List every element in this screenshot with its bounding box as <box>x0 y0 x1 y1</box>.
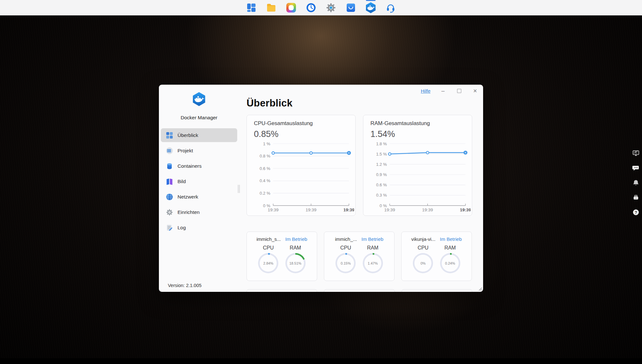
log-document-icon <box>165 224 173 232</box>
svg-text:1.5 %: 1.5 % <box>376 152 387 157</box>
ram-gauge: 0.24% <box>440 253 460 273</box>
container-card[interactable]: vikunja-vi... Im Betrieb CPU 0% RAM <box>401 232 472 281</box>
help-link[interactable]: Hilfe <box>421 88 430 94</box>
sidebar-item-ueberblick[interactable]: Überblick <box>161 128 237 142</box>
svg-text:0.3 %: 0.3 % <box>376 193 387 198</box>
container-card-partial[interactable] <box>247 289 317 292</box>
file-manager-icon[interactable] <box>265 2 277 13</box>
close-button[interactable]: × <box>472 87 479 94</box>
container-card-partial[interactable] <box>324 289 395 292</box>
cpu-current-value: 0.85% <box>254 129 355 139</box>
status-badge: Im Betrieb <box>440 236 462 242</box>
network-globe-icon <box>165 193 173 201</box>
desktop: ? Hilfe – × <box>0 0 642 364</box>
project-list-icon <box>165 147 173 155</box>
container-card[interactable]: immich_s... Im Betrieb CPU 2.84% RAM <box>247 232 317 281</box>
container-card[interactable]: immich_... Im Betrieb CPU 0.15% RAM <box>324 232 395 281</box>
cpu-label: CPU <box>418 245 429 251</box>
svg-text:0.4 %: 0.4 % <box>260 178 271 183</box>
container-card-partial[interactable] <box>402 289 472 292</box>
charts-row: CPU-Gesamtauslastung 0.85% 1 %0.8 %0.6 %… <box>247 115 472 216</box>
ram-gauge-value: 0.24% <box>445 261 455 265</box>
container-cards-row-partial <box>247 289 472 292</box>
cpu-label: CPU <box>263 245 274 251</box>
svg-text:19:39: 19:39 <box>384 207 395 212</box>
overview-grid-icon <box>165 131 173 139</box>
time-backup-icon[interactable] <box>305 2 317 13</box>
svg-text:19:39: 19:39 <box>460 207 471 212</box>
cpu-label: CPU <box>340 245 351 251</box>
version-label: Version: 2.1.005 <box>168 283 202 288</box>
sidebar-item-einrichten[interactable]: Einrichten <box>161 205 237 219</box>
chart-title: RAM-Gesamtauslastung <box>370 120 472 127</box>
sidebar-item-label: Einrichten <box>178 209 200 215</box>
help-icon[interactable]: ? <box>632 209 639 216</box>
cpu-gauge-value: 0.15% <box>341 261 351 265</box>
sidebar-item-log[interactable]: Log <box>161 221 237 234</box>
page-title: Überblick <box>247 97 472 109</box>
chart-title: CPU-Gesamtauslastung <box>254 120 355 127</box>
app-title: Docker Manager <box>159 115 239 121</box>
sidebar-item-projekt[interactable]: Projekt <box>161 144 237 157</box>
sidebar-nav: Überblick Projekt <box>159 128 239 234</box>
support-headset-icon[interactable] <box>385 2 396 13</box>
container-name: vikunja-vi... <box>411 236 435 242</box>
svg-text:0.2 %: 0.2 % <box>260 191 271 196</box>
package-center-icon[interactable] <box>345 2 357 13</box>
container-cards-row: immich_s... Im Betrieb CPU 2.84% RAM <box>247 232 472 281</box>
sidebar-item-bild[interactable]: Bild <box>161 174 237 188</box>
sidebar-item-label: Projekt <box>178 148 193 154</box>
control-panel-gear-icon[interactable] <box>325 2 337 13</box>
sidebar: Docker Manager Überblick <box>159 85 239 292</box>
ram-gauge-value: 18.51% <box>290 261 301 265</box>
sidebar-item-label: Netzwerk <box>178 194 198 200</box>
svg-text:0.6 %: 0.6 % <box>260 166 271 171</box>
cpu-gauge-value: 2.84% <box>263 261 273 265</box>
ram-current-value: 1.54% <box>370 129 472 139</box>
cpu-gauge: 0.15% <box>335 253 356 273</box>
sidebar-item-label: Überblick <box>178 132 198 138</box>
window-resize-handle[interactable] <box>477 286 482 291</box>
docker-app-icon[interactable] <box>365 2 377 13</box>
svg-text:19:39: 19:39 <box>343 207 354 212</box>
setup-gear-icon <box>165 208 173 216</box>
containers-cylinder-icon <box>165 162 173 170</box>
svg-text:19:39: 19:39 <box>422 207 433 212</box>
ram-gauge-value: 1.47% <box>368 261 378 265</box>
svg-text:19:39: 19:39 <box>306 207 317 212</box>
svg-text:0.9 %: 0.9 % <box>376 172 387 177</box>
sidebar-item-label: Log <box>178 225 186 231</box>
apps-grid-icon[interactable] <box>246 2 257 13</box>
svg-text:19:39: 19:39 <box>268 207 279 212</box>
cpu-gauge: 2.84% <box>258 253 278 273</box>
status-badge: Im Betrieb <box>285 236 307 242</box>
sidebar-item-netzwerk[interactable]: Netzwerk <box>161 190 237 204</box>
ram-usage-card: RAM-Gesamtauslastung 1.54% 1.8 %1.5 %1.2… <box>363 115 472 216</box>
docker-manager-window: Hilfe – × <box>159 85 483 292</box>
status-badge: Im Betrieb <box>361 236 383 242</box>
resource-monitor-icon[interactable] <box>632 150 639 157</box>
photos-icon[interactable] <box>285 2 297 13</box>
wallpaper-dark-band <box>0 358 642 364</box>
ram-label: RAM <box>367 245 378 251</box>
desktop-edge-widgets: ? <box>632 150 639 216</box>
ram-line-chart: 1.8 %1.5 %1.2 %0.9 %0.6 %0.3 %0 %19:3919… <box>369 140 472 217</box>
svg-text:0.8 %: 0.8 % <box>260 154 271 158</box>
image-book-icon <box>165 177 173 185</box>
notifications-bell-icon[interactable] <box>632 179 639 186</box>
svg-text:0.6 %: 0.6 % <box>376 182 387 187</box>
ram-label: RAM <box>290 245 301 251</box>
svg-text:1.8 %: 1.8 % <box>376 141 387 146</box>
container-name: immich_... <box>335 236 357 242</box>
minimize-button[interactable]: – <box>439 87 447 94</box>
sidebar-item-containers[interactable]: Containers <box>161 159 237 173</box>
svg-text:1.2 %: 1.2 % <box>376 162 387 167</box>
main-content: Überblick CPU-Gesamtauslastung 0.85% 1 %… <box>239 85 483 292</box>
sidebar-item-label: Bild <box>178 179 186 184</box>
taskbar <box>0 0 642 15</box>
usb-device-icon[interactable] <box>632 194 639 201</box>
ram-gauge: 1.47% <box>363 253 383 273</box>
svg-text:?: ? <box>635 210 637 215</box>
chat-icon[interactable] <box>632 165 639 172</box>
maximize-button[interactable] <box>455 87 463 94</box>
